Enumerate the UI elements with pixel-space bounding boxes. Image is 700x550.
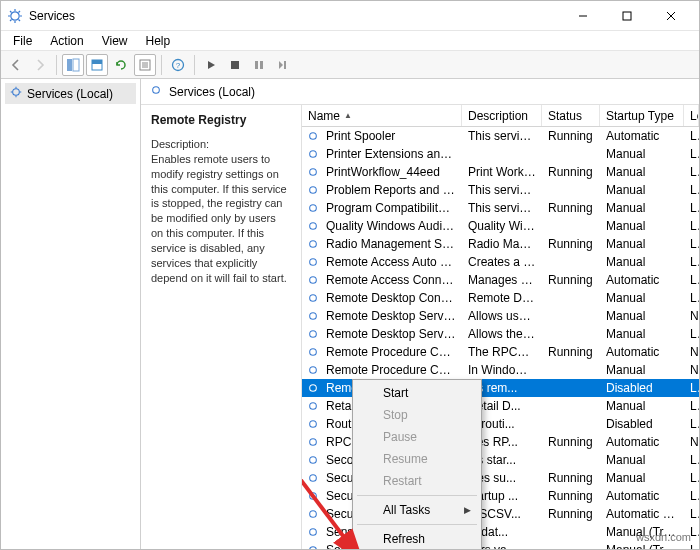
cell-description: Remote Des...: [462, 290, 542, 306]
cell-description: Allows the r...: [462, 326, 542, 342]
menubar: File Action View Help: [1, 31, 699, 51]
detail-description-text: Enables remote users to modify registry …: [151, 152, 291, 286]
show-hide-tree-button[interactable]: [62, 54, 84, 76]
back-button[interactable]: [5, 54, 27, 76]
cell-startup: Manual: [600, 470, 684, 486]
ctx-start[interactable]: Start: [355, 382, 479, 404]
service-row[interactable]: Remote Procedure Call (RP...In Windows..…: [302, 361, 699, 379]
detail-panel: Remote Registry Description: Enables rem…: [141, 105, 301, 549]
service-list[interactable]: Name▲ Description Status Startup Type Lo…: [301, 105, 699, 549]
svg-rect-28: [284, 61, 286, 69]
cell-startup: Manual: [600, 326, 684, 342]
svg-point-46: [310, 331, 317, 338]
restart-service-button[interactable]: [272, 54, 294, 76]
help-toolbar-button[interactable]: ?: [167, 54, 189, 76]
refresh-button[interactable]: [110, 54, 132, 76]
cell-description: Creates a co...: [462, 254, 542, 270]
cell-name: Print Spooler: [320, 128, 462, 144]
cell-status: Running: [542, 434, 600, 450]
minimize-button[interactable]: [561, 2, 605, 30]
gear-icon: [306, 417, 320, 431]
cell-status: [542, 189, 600, 191]
cell-name: Remote Desktop Configurat...: [320, 290, 462, 306]
svg-text:?: ?: [176, 61, 181, 70]
service-row[interactable]: Print SpoolerThis service ...RunningAuto…: [302, 127, 699, 145]
service-row[interactable]: Quality Windows Audio Vid...Quality Win.…: [302, 217, 699, 235]
cell-status: Running: [542, 470, 600, 486]
svg-line-7: [10, 19, 12, 21]
svg-point-0: [11, 11, 19, 19]
service-row[interactable]: Remote Desktop Services U...Allows the r…: [302, 325, 699, 343]
stop-service-button[interactable]: [224, 54, 246, 76]
cell-name: Remote Access Auto Conne...: [320, 254, 462, 270]
cell-logon: Loc: [684, 470, 699, 486]
service-row[interactable]: Remote Desktop Configurat...Remote Des..…: [302, 289, 699, 307]
detail-heading: Remote Registry: [151, 113, 291, 127]
gear-icon: [306, 507, 320, 521]
svg-rect-14: [73, 59, 79, 71]
cell-logon: Loc: [684, 452, 699, 468]
service-row[interactable]: Remote Desktop ServicesAllows user...Man…: [302, 307, 699, 325]
maximize-button[interactable]: [605, 2, 649, 30]
service-row[interactable]: Problem Reports and Soluti...This servic…: [302, 181, 699, 199]
service-row[interactable]: Remote Access Auto Conne...Creates a co.…: [302, 253, 699, 271]
service-row[interactable]: Radio Management ServiceRadio Mana...Run…: [302, 235, 699, 253]
service-row[interactable]: Remote Access Connection...Manages di...…: [302, 271, 699, 289]
pause-service-button[interactable]: [248, 54, 270, 76]
svg-point-57: [310, 529, 317, 536]
gear-icon: [306, 525, 320, 539]
service-row[interactable]: Printer Extensions and Notif...ManualLoc: [302, 145, 699, 163]
forward-button[interactable]: [29, 54, 51, 76]
sort-asc-icon: ▲: [344, 111, 352, 120]
cell-logon: Loc: [684, 218, 699, 234]
nav-tree[interactable]: Services (Local): [1, 79, 141, 549]
start-service-button[interactable]: [200, 54, 222, 76]
cell-status: Running: [542, 164, 600, 180]
menu-view[interactable]: View: [94, 32, 136, 50]
cell-status: Running: [542, 272, 600, 288]
cell-status: Running: [542, 236, 600, 252]
context-menu: StartStopPauseResumeRestartAll Tasks▶Ref…: [352, 379, 482, 549]
svg-line-8: [19, 11, 21, 13]
cell-logon: Loc: [684, 542, 699, 549]
svg-point-36: [310, 151, 317, 158]
ctx-all-tasks[interactable]: All Tasks▶: [355, 499, 479, 521]
svg-point-41: [310, 241, 317, 248]
cell-status: Running: [542, 506, 600, 522]
cell-name: Remote Desktop Services: [320, 308, 462, 324]
gear-icon: [306, 219, 320, 233]
svg-point-44: [310, 295, 317, 302]
service-row[interactable]: Remote Procedure Call (RPC)The RPCSS ...…: [302, 343, 699, 361]
gear-icon: [306, 399, 320, 413]
cell-status: [542, 333, 600, 335]
col-startup-type[interactable]: Startup Type: [600, 105, 684, 126]
col-name[interactable]: Name▲: [302, 105, 462, 126]
col-description[interactable]: Description: [462, 105, 542, 126]
svg-point-34: [153, 87, 160, 94]
cell-logon: Loc: [684, 236, 699, 252]
gear-icon: [306, 309, 320, 323]
close-button[interactable]: [649, 2, 693, 30]
titlebar: Services: [1, 1, 699, 31]
gear-icon: [306, 273, 320, 287]
menu-help[interactable]: Help: [138, 32, 179, 50]
export-list-button[interactable]: [86, 54, 108, 76]
cell-description: [462, 153, 542, 155]
menu-file[interactable]: File: [5, 32, 40, 50]
svg-rect-26: [260, 61, 263, 69]
col-status[interactable]: Status: [542, 105, 600, 126]
gear-icon: [306, 435, 320, 449]
properties-toolbar-button[interactable]: [134, 54, 156, 76]
cell-startup: Automatic: [600, 272, 684, 288]
tree-root-services-local[interactable]: Services (Local): [5, 83, 136, 104]
service-row[interactable]: PrintWorkflow_44eedPrint Workfl...Runnin…: [302, 163, 699, 181]
ctx-restart: Restart: [355, 470, 479, 492]
cell-name: Quality Windows Audio Vid...: [320, 218, 462, 234]
col-logon[interactable]: Log: [684, 105, 699, 126]
gear-icon: [306, 147, 320, 161]
svg-point-53: [310, 457, 317, 464]
ctx-refresh[interactable]: Refresh: [355, 528, 479, 549]
service-row[interactable]: Program Compatibility Assis...This servi…: [302, 199, 699, 217]
menu-action[interactable]: Action: [42, 32, 91, 50]
watermark: wsxdn.com: [636, 531, 691, 543]
